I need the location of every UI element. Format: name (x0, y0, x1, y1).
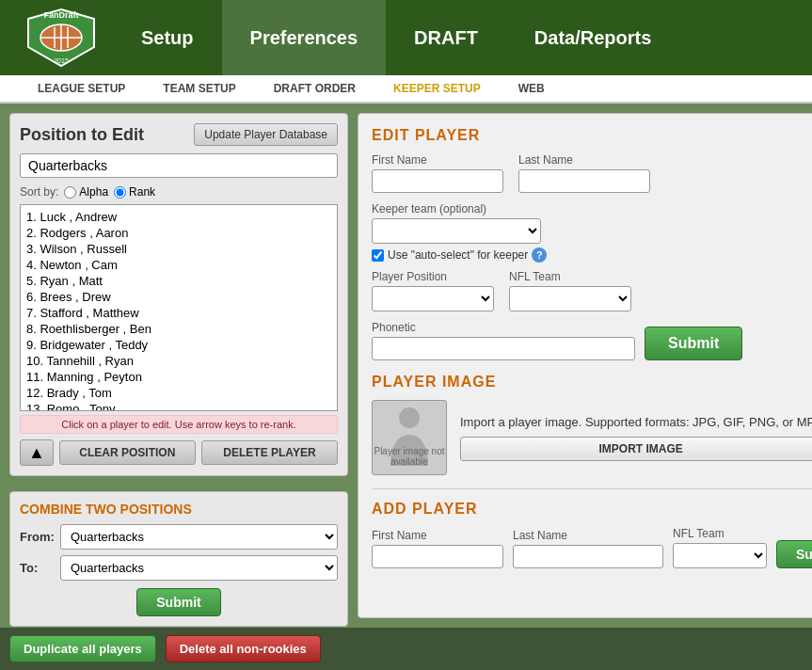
update-player-database-button[interactable]: Update Player Database (194, 123, 338, 146)
nav-tab-data-reports[interactable]: Data/Reports (506, 0, 679, 75)
main-content: Position to Edit Update Player Database … (0, 104, 812, 628)
keeper-team-group: Keeper team (optional) (372, 202, 812, 244)
list-item[interactable]: 7. Stafford , Matthew (24, 305, 333, 321)
add-player-title: ADD PLAYER (372, 501, 812, 518)
add-nfl-team-label: NFL Team (673, 527, 767, 540)
svg-point-8 (399, 407, 420, 428)
left-panel: Position to Edit Update Player Database … (9, 113, 348, 476)
position-title: Position to Edit (20, 125, 144, 145)
nav-tab-setup[interactable]: Setup (113, 0, 222, 75)
add-player-row: First Name Last Name NFL Team Submit (372, 527, 812, 568)
add-player-section: ADD PLAYER First Name Last Name NFL Team… (372, 488, 812, 568)
player-position-group: Player Position (372, 270, 494, 311)
auto-select-checkbox[interactable] (372, 249, 384, 262)
combine-to-row: To: Quarterbacks Running Backs Wide Rece… (20, 555, 338, 581)
svg-text:2015: 2015 (54, 57, 69, 64)
right-panel: EDIT PLAYER First Name Last Name Keeper … (358, 113, 812, 618)
logo: FanDraft 2015 (9, 3, 113, 73)
combine-title: COMBINE TWO POSITIONS (20, 502, 338, 517)
combine-to-select[interactable]: Quarterbacks Running Backs Wide Receiver… (60, 555, 338, 581)
main-nav: Setup Preferences DRAFT Data/Reports (113, 0, 803, 75)
add-nfl-team-group: NFL Team (673, 527, 767, 568)
add-first-name-group: First Name (372, 529, 503, 568)
sub-nav-draft-order[interactable]: DRAFT ORDER (255, 75, 374, 102)
add-last-name-group: Last Name (513, 529, 663, 568)
bottom-bar: Duplicate all players Delete all non-roo… (0, 628, 812, 670)
nav-tab-preferences[interactable]: Preferences (222, 0, 387, 75)
list-item[interactable]: 6. Brees , Drew (24, 289, 333, 305)
last-name-label: Last Name (518, 153, 650, 167)
help-icon[interactable]: ? (532, 247, 547, 263)
first-name-input[interactable] (372, 169, 503, 193)
add-player-submit-button[interactable]: Submit (776, 540, 812, 568)
sub-nav-keeper-setup[interactable]: KEEPER SETUP (374, 75, 500, 102)
nfl-team-label: NFL Team (509, 270, 631, 283)
combine-from-label: From: (20, 530, 53, 544)
player-position-select[interactable] (372, 286, 494, 311)
position-header: Position to Edit Update Player Database (20, 123, 338, 146)
duplicate-all-players-button[interactable]: Duplicate all players (9, 635, 156, 662)
sort-alpha-radio[interactable] (64, 186, 76, 199)
list-item[interactable]: 5. Ryan , Matt (24, 273, 333, 289)
list-item[interactable]: 4. Newton , Cam (24, 257, 333, 273)
hint-bar: Click on a player to edit. Use arrow key… (20, 415, 338, 434)
import-section: Import a player image. Supported formats… (460, 415, 812, 461)
combine-to-label: To: (20, 561, 53, 575)
phonetic-row: Phonetic Submit (372, 321, 812, 360)
combine-panel: COMBINE TWO POSITIONS From: Quarterbacks… (9, 491, 348, 627)
keeper-row: Keeper team (optional) Use "auto-select"… (372, 202, 812, 263)
sub-nav-league-setup[interactable]: LEAGUE SETUP (19, 75, 144, 102)
last-name-input[interactable] (518, 169, 650, 193)
name-row: First Name Last Name (372, 153, 812, 193)
list-item[interactable]: 10. Tannehill , Ryan (24, 353, 333, 369)
edit-submit-button[interactable]: Submit (645, 327, 742, 360)
sub-nav-web[interactable]: WEB (500, 75, 564, 102)
phonetic-group: Phonetic (372, 321, 635, 360)
import-image-button[interactable]: IMPORT IMAGE (460, 437, 812, 461)
player-image-row: Player image not available Import a play… (372, 400, 812, 475)
nfl-team-group: NFL Team (509, 270, 631, 311)
position-select-wrap: Quarterbacks Running Backs Wide Receiver… (20, 153, 338, 178)
list-item[interactable]: 2. Rodgers , Aaron (24, 225, 333, 241)
sub-nav-team-setup[interactable]: TEAM SETUP (144, 75, 254, 102)
import-text: Import a player image. Supported formats… (460, 415, 812, 429)
sort-rank-radio[interactable] (114, 186, 126, 199)
clear-position-button[interactable]: CLEAR POSITION (59, 440, 196, 465)
sort-rank-text: Rank (129, 185, 155, 199)
combine-submit-button[interactable]: Submit (136, 588, 220, 616)
add-first-name-label: First Name (372, 529, 503, 542)
svg-text:FanDraft: FanDraft (43, 10, 78, 20)
position-nfl-row: Player Position NFL Team (372, 270, 812, 311)
combine-from-select[interactable]: Quarterbacks Running Backs Wide Receiver… (60, 524, 338, 550)
header: FanDraft 2015 Setup Preferences DRAFT Da… (0, 0, 812, 75)
player-list: 1. Luck , Andrew2. Rodgers , Aaron3. Wil… (20, 204, 338, 411)
list-item[interactable]: 3. Wilson , Russell (24, 241, 333, 257)
keeper-team-label: Keeper team (optional) (372, 202, 812, 215)
sort-rank-label[interactable]: Rank (114, 185, 155, 199)
add-last-name-input[interactable] (513, 545, 663, 568)
last-name-group: Last Name (518, 153, 650, 193)
sort-label: Sort by: (20, 185, 58, 199)
phonetic-input[interactable] (372, 337, 635, 360)
first-name-label: First Name (372, 153, 503, 167)
player-position-label: Player Position (372, 270, 494, 283)
list-item[interactable]: 11. Manning , Peyton (24, 369, 333, 385)
edit-player-title: EDIT PLAYER (372, 127, 812, 144)
delete-all-non-rookies-button[interactable]: Delete all non-rookies (166, 635, 321, 662)
first-name-group: First Name (372, 153, 503, 193)
move-up-button[interactable]: ▲ (20, 439, 54, 466)
nfl-team-select[interactable] (509, 286, 631, 311)
keeper-team-select[interactable] (372, 218, 541, 244)
add-first-name-input[interactable] (372, 545, 503, 568)
position-select[interactable]: Quarterbacks Running Backs Wide Receiver… (20, 153, 338, 178)
list-item[interactable]: 13. Romo , Tony (24, 401, 333, 411)
sort-alpha-label[interactable]: Alpha (64, 185, 108, 199)
player-image-placeholder: Player image not available (372, 400, 447, 475)
add-nfl-team-select[interactable] (673, 543, 767, 568)
list-item[interactable]: 12. Brady , Tom (24, 385, 333, 401)
delete-player-button[interactable]: DELETE PLAYER (201, 440, 338, 465)
list-item[interactable]: 9. Bridgewater , Teddy (24, 337, 333, 353)
list-item[interactable]: 1. Luck , Andrew (24, 209, 333, 225)
nav-tab-draft[interactable]: DRAFT (386, 0, 506, 75)
list-item[interactable]: 8. Roethlisberger , Ben (24, 321, 333, 337)
